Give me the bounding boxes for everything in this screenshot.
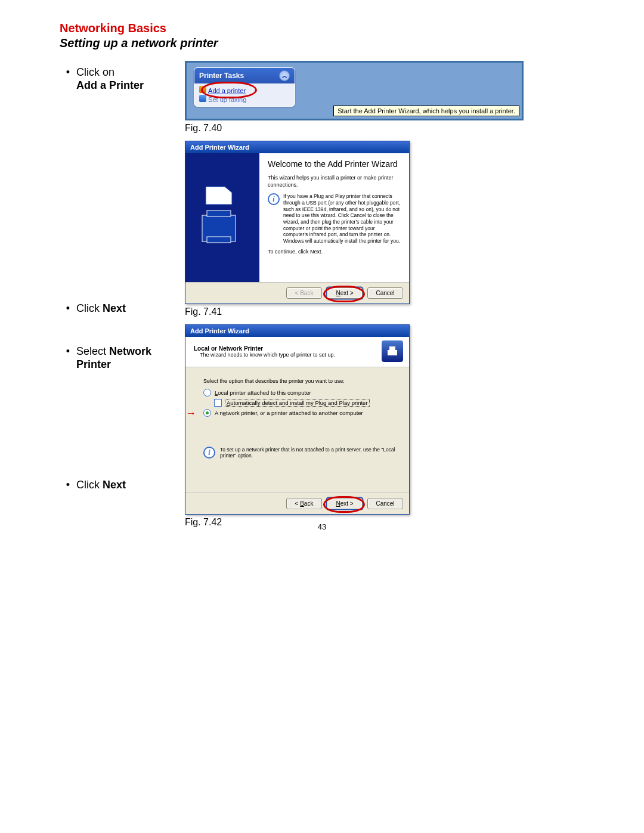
- tooltip: Start the Add Printer Wizard, which help…: [333, 106, 519, 116]
- next-button[interactable]: Next >: [327, 287, 363, 299]
- bullet-bold: Next: [103, 479, 126, 491]
- btn-rest: ext >: [340, 500, 354, 507]
- bullet-4: • Click Next: [60, 478, 179, 491]
- underline-char: N: [336, 290, 340, 296]
- btn-rest: ext >: [340, 290, 354, 296]
- wizard-titlebar: Add Printer Wizard: [185, 325, 409, 337]
- wizard-step-subtitle: The wizard needs to know which type of p…: [200, 352, 335, 358]
- figure-7-41: Add Printer Wizard Welcome to the Add Pr…: [185, 141, 410, 304]
- printer-tasks-panel: Printer Tasks ︽ Add a printer Set up fax…: [194, 67, 295, 107]
- back-button: < Back: [286, 287, 322, 299]
- radio-network[interactable]: [203, 409, 211, 417]
- svg-rect-5: [389, 346, 395, 350]
- bullet-2: • Click Next: [60, 302, 179, 315]
- svg-rect-4: [388, 350, 397, 355]
- bullet-text: Click on: [76, 66, 114, 78]
- collapse-button[interactable]: ︽: [279, 70, 290, 81]
- bullet-1: • Click on Add a Printer: [60, 66, 179, 92]
- svg-rect-2: [207, 210, 231, 216]
- wizard-info: If you have a Plug and Play printer that…: [283, 193, 401, 244]
- wizard-info: To set up a network printer that is not …: [220, 447, 397, 459]
- bullet-text: Click: [76, 302, 103, 314]
- setup-faxing-link[interactable]: Set up faxing: [208, 96, 246, 103]
- panel-title: Printer Tasks: [199, 72, 244, 80]
- label-pre: A n: [215, 410, 223, 416]
- wizard-step-title: Local or Network Printer: [194, 345, 335, 352]
- info-icon: i: [268, 193, 280, 205]
- btn-rest: ack: [304, 500, 314, 507]
- heading-subtitle: Setting up a network printer: [60, 36, 608, 50]
- wizard-heading: Welcome to the Add Printer Wizard: [268, 159, 401, 169]
- next-button[interactable]: Next >: [327, 498, 363, 509]
- figure-7-42: Add Printer Wizard Local or Network Prin…: [185, 324, 410, 515]
- back-button[interactable]: < Back: [286, 498, 322, 509]
- figure-7-40: Printer Tasks ︽ Add a printer Set up fax…: [185, 61, 524, 120]
- svg-rect-3: [207, 237, 231, 243]
- label-rest: ocal printer attached to this computer: [218, 389, 311, 396]
- cancel-button[interactable]: Cancel: [367, 287, 403, 299]
- wizard-text: To continue, click Next.: [268, 249, 401, 256]
- radio-local[interactable]: [203, 389, 211, 397]
- bullet-text: Select: [76, 345, 109, 357]
- option-label: Local printer attached to this computer: [215, 389, 311, 396]
- heading-title: Networking Basics: [60, 21, 608, 35]
- info-icon: i: [203, 447, 215, 459]
- bullet-bold: Add a Printer: [76, 79, 144, 91]
- bullet-bold: Next: [103, 302, 126, 314]
- label-rest: twork printer, or a printer attached to …: [226, 410, 363, 416]
- checkbox-autodetect[interactable]: [214, 399, 222, 407]
- wizard-side-graphic: [185, 153, 259, 282]
- label-rest: utomatically detect and install my Plug …: [230, 400, 367, 406]
- bullet-text: Click: [76, 479, 103, 491]
- bullet-3: • Select Network Printer: [60, 345, 179, 371]
- wizard-titlebar: Add Printer Wizard: [185, 141, 409, 153]
- page-number: 43: [0, 522, 644, 531]
- wizard-text: This wizard helps you install a printer …: [268, 175, 401, 188]
- printer-graphic-icon: [199, 182, 246, 253]
- wizard-question: Select the option that describes the pri…: [203, 378, 397, 385]
- option-label: Automatically detect and install my Plug…: [225, 400, 369, 406]
- figure-caption: Fig. 7.41: [185, 306, 525, 317]
- add-printer-link[interactable]: Add a printer: [208, 87, 246, 94]
- fax-icon: [199, 95, 206, 102]
- figure-caption: Fig. 7.40: [185, 123, 525, 134]
- underline-char: N: [336, 500, 340, 507]
- cancel-button[interactable]: Cancel: [367, 498, 403, 509]
- svg-marker-0: [206, 187, 232, 205]
- printer-icon: [199, 86, 206, 93]
- option-label: A network printer, or a printer attached…: [215, 410, 363, 416]
- btn-pre: <: [295, 500, 301, 507]
- red-arrow-annotation: →: [185, 408, 196, 419]
- printer-icon: [382, 340, 403, 362]
- underline-char: B: [300, 500, 304, 507]
